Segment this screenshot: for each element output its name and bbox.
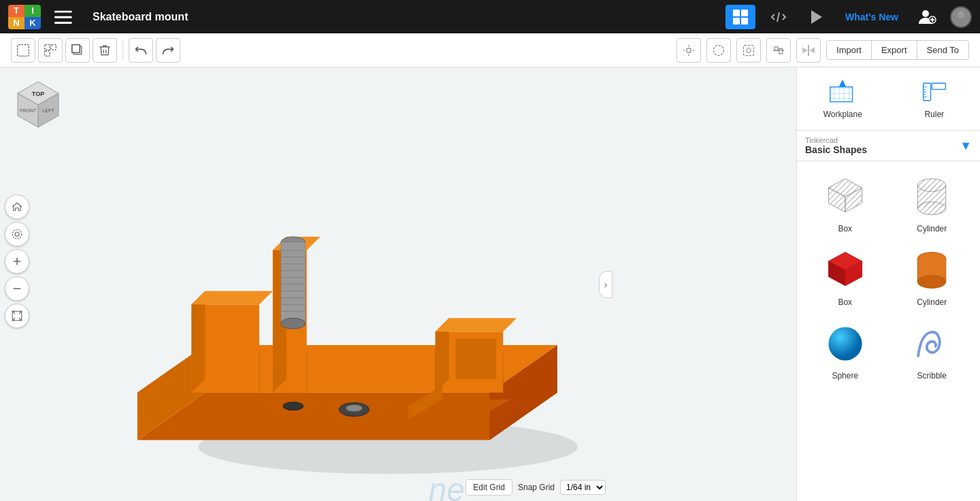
right-panel: Workplane Ruler Tinkercad Ba <box>796 67 980 501</box>
viewport[interactable]: ne TOP LEFT FRONT <box>0 67 796 501</box>
hole-button[interactable] <box>736 38 761 63</box>
svg-point-79 <box>15 232 19 236</box>
workplane-ruler-section: Workplane Ruler <box>797 67 980 131</box>
cylinder-hole-icon <box>907 172 956 221</box>
undo-button[interactable] <box>129 38 153 63</box>
shape-name-cylinder-hole: Cylinder <box>917 224 947 233</box>
action-buttons: Import Export Send To <box>826 40 969 60</box>
svg-marker-62 <box>456 338 497 379</box>
svg-point-113 <box>828 327 862 360</box>
shape-name-box-solid: Box <box>838 297 852 307</box>
align-button[interactable] <box>766 38 791 63</box>
shape-item-sphere[interactable]: Sphere <box>802 314 888 386</box>
design-mode-button[interactable] <box>725 5 755 29</box>
shape-item-box-solid[interactable]: Box <box>802 240 888 312</box>
svg-marker-7 <box>811 10 822 24</box>
fit-button[interactable] <box>5 304 29 328</box>
group-button[interactable] <box>11 38 35 63</box>
shape-name-cylinder-solid: Cylinder <box>917 297 947 307</box>
shape-item-cylinder-solid[interactable]: Cylinder <box>889 240 975 312</box>
svg-point-80 <box>12 229 22 239</box>
navbar: T I N K Skateboard mount What's New <box>0 0 980 33</box>
svg-rect-14 <box>18 44 29 56</box>
lighting-button[interactable] <box>676 38 701 63</box>
shape-name-sphere: Sphere <box>832 371 858 381</box>
svg-point-104 <box>917 202 946 215</box>
shape-select-button[interactable] <box>706 38 731 63</box>
svg-rect-17 <box>45 50 50 56</box>
svg-rect-30 <box>774 47 778 50</box>
shapes-title: Basic Shapes <box>805 144 867 155</box>
svg-rect-94 <box>932 83 945 89</box>
snap-grid-select[interactable]: 1/64 in 1/32 in 1/16 in 1/8 in 1/4 in 1/… <box>560 480 606 495</box>
menu-button[interactable] <box>49 5 79 29</box>
svg-point-28 <box>747 48 751 52</box>
shape-item-box-hole[interactable]: Box <box>802 167 888 239</box>
svg-rect-16 <box>51 44 56 50</box>
svg-rect-2 <box>54 22 72 24</box>
svg-rect-19 <box>72 44 80 52</box>
svg-point-48 <box>281 318 306 329</box>
whats-new-button[interactable]: What's New <box>840 9 904 25</box>
cylinder-solid-icon <box>907 246 956 295</box>
svg-rect-31 <box>779 48 783 54</box>
shape-item-cylinder-hole[interactable]: Cylinder <box>889 167 975 239</box>
export-button[interactable]: Export <box>872 41 917 59</box>
toolbar-separator-1 <box>122 40 123 61</box>
svg-marker-41 <box>191 291 205 392</box>
svg-rect-6 <box>741 18 748 25</box>
svg-rect-5 <box>733 18 740 25</box>
shape-item-scribble[interactable]: Scribble <box>889 314 975 386</box>
zoom-in-button[interactable] <box>5 249 29 274</box>
shape-name-scribble: Scribble <box>917 371 947 381</box>
svg-point-8 <box>922 10 929 17</box>
simulate-button[interactable] <box>802 5 832 29</box>
scribble-icon <box>907 319 956 368</box>
view-controls <box>0 135 34 334</box>
svg-rect-27 <box>744 45 754 55</box>
user-avatar[interactable] <box>950 6 972 28</box>
shapes-dropdown-button[interactable]: ▼ <box>960 139 972 153</box>
ruler-button[interactable]: Ruler <box>889 76 981 122</box>
project-title: Skateboard mount <box>93 11 717 23</box>
svg-text:LEFT: LEFT <box>42 108 54 113</box>
svg-point-12 <box>958 11 965 18</box>
shapes-grid: Box <box>797 161 980 391</box>
box-solid-icon <box>821 246 870 295</box>
toolbar-right: Import Export Send To <box>676 38 969 63</box>
zoom-out-button[interactable] <box>5 276 29 301</box>
redo-button[interactable] <box>156 38 180 63</box>
svg-rect-3 <box>733 10 740 16</box>
svg-rect-0 <box>54 10 72 12</box>
svg-rect-1 <box>54 16 72 18</box>
mirror-button[interactable] <box>796 38 821 63</box>
main-area: ne TOP LEFT FRONT <box>0 67 980 501</box>
toolbar: Import Export Send To <box>0 33 980 67</box>
svg-marker-87 <box>839 80 847 87</box>
ungroup-button[interactable] <box>38 38 63 63</box>
import-button[interactable]: Import <box>827 41 872 59</box>
delete-button[interactable] <box>93 38 117 63</box>
duplicate-button[interactable] <box>65 38 90 63</box>
collapse-panel-button[interactable]: › <box>599 271 612 298</box>
home-view-button[interactable] <box>5 195 29 219</box>
svg-text:TOP: TOP <box>32 91 44 97</box>
send-to-button[interactable]: Send To <box>917 41 968 59</box>
svg-point-112 <box>917 276 946 289</box>
svg-point-13 <box>955 18 967 26</box>
logo-n: N <box>8 17 24 29</box>
sphere-icon <box>821 319 870 368</box>
edit-grid-button[interactable]: Edit Grid <box>466 479 512 496</box>
add-user-button[interactable] <box>912 5 942 29</box>
svg-marker-61 <box>436 318 517 332</box>
view-cube[interactable]: TOP LEFT FRONT <box>11 78 65 133</box>
shapes-category-section: Tinkercad Basic Shapes <box>805 136 867 155</box>
workplane-button[interactable]: Workplane <box>797 76 889 122</box>
svg-rect-4 <box>741 10 748 16</box>
target-view-button[interactable] <box>5 222 29 246</box>
tinkercad-logo[interactable]: T I N K <box>8 5 41 29</box>
svg-text:ne: ne <box>429 472 465 501</box>
code-mode-button[interactable] <box>764 5 794 29</box>
shapes-category: Tinkercad <box>805 136 867 144</box>
ruler-label: Ruler <box>924 110 944 119</box>
